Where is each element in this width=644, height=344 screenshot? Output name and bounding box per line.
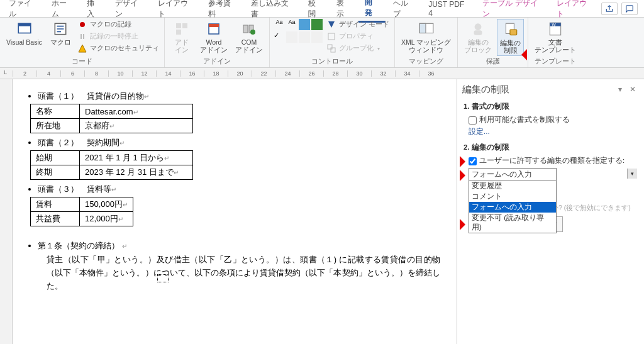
tab-justpdf[interactable]: JUST PDF 4 [422,0,475,20]
section-1-title: 1. 書式の制限 [464,102,638,111]
svg-rect-8 [182,23,187,28]
t3-r1-c1[interactable]: 賃料 [31,197,80,212]
svg-marker-6 [79,45,86,52]
svg-rect-11 [209,24,219,27]
doc-template-button[interactable]: W 文書 テンプレート [532,19,579,55]
vertical-ruler[interactable] [0,79,13,344]
svg-rect-9 [176,30,181,35]
table-3[interactable]: 賃料150,000円↵ 共益費12,000円↵ [30,197,133,226]
restrict-editing-button[interactable]: 編集の 制限 [497,19,524,56]
comments-button[interactable] [621,3,638,15]
visual-basic-button[interactable]: Visual Basic [4,19,45,48]
t2-r2-c1[interactable]: 終期 [31,165,80,180]
t2-r1-c2[interactable]: 2021 年 1 月 1 日から [85,153,164,162]
svg-rect-7 [176,23,181,28]
macros-button[interactable]: マクロ [47,19,74,48]
block-editing-button: 編集の ブロック [462,19,494,55]
t1-r2-c2[interactable]: 京都府 [85,121,109,130]
section-2-title: 2. 編集の制限 [464,143,638,152]
combo-option[interactable]: フォームへの入力 [469,202,556,213]
heading-4: 第１条（契約の締結） [38,241,119,250]
t1-r1-c2[interactable]: Dattesar.com [85,107,133,116]
group-controls-label: コントロール [274,56,391,67]
ribbon: Visual Basic マクロ マクロの記録 記録の一時停止 マクロのセキュリ… [0,18,644,68]
svg-point-14 [250,30,255,35]
svg-point-21 [475,23,482,30]
svg-rect-22 [474,30,482,35]
word-addins-button[interactable]: Word アドイン [197,19,230,55]
group-addins: アド イン Word アドイン COM アドイン アドイン [165,18,270,67]
arrow-icon [460,156,471,167]
macro-security-item[interactable]: マクロのセキュリティ [76,43,160,54]
t2-r1-c1[interactable]: 始期 [31,151,80,165]
visual-basic-label: Visual Basic [6,39,42,47]
t1-r1-c1[interactable]: 名称 [31,104,80,119]
addins-button: アド イン [169,19,195,55]
group-protect: 編集の ブロック 編集の 制限 保護 [458,18,528,67]
table-2[interactable]: 始期2021 年 1 月 1 日から↵ 終期2023 年 12 月 31 日まで… [30,150,193,180]
restrict-editing-pane: 編集の制限 ▾ ✕ 1. 書式の制限 利用可能な書式を制限する 設定... 2.… [457,79,644,344]
settings-link[interactable]: 設定... [464,127,638,136]
svg-text:W: W [552,23,557,27]
group-addins-label: アドイン [169,56,265,67]
group-template: W 文書 テンプレート テンプレート [528,18,582,67]
t3-r2-c1[interactable]: 共益費 [31,212,80,226]
combo-option[interactable]: コメント [469,191,556,202]
t3-r2-c2[interactable]: 12,000円 [85,214,118,223]
chevron-down-icon[interactable]: ▾ [627,169,637,179]
svg-rect-20 [419,23,426,33]
svg-rect-12 [243,25,248,33]
editing-restrict-checkbox[interactable]: ユーザーに許可する編集の種類を指定する: [464,156,638,165]
restriction-type-combo[interactable]: フォームへの入力 ▾ 変更履歴 コメント フォームへの入力 変更不可 (読み取り… [469,168,638,181]
svg-rect-1 [18,23,31,26]
design-mode-item[interactable]: デザイン モード [325,19,391,30]
heading-3: 頭書（３） 賃料等 [38,184,111,194]
combo-value[interactable]: フォームへの入力 [469,168,557,181]
group-code: Visual Basic マクロ マクロの記録 記録の一時停止 マクロのセキュリ… [0,18,165,67]
pane-close-button[interactable]: ✕ [626,83,639,96]
group-item: グループ化▾ [325,43,391,54]
group-mapping-label: マッピング [399,56,453,67]
properties-item: プロパティ [325,31,391,42]
combo-option[interactable]: 変更履歴 [469,180,556,191]
svg-rect-24 [509,30,516,35]
selection-box [157,274,169,282]
com-addins-button[interactable]: COM アドイン [233,19,265,55]
horizontal-ruler[interactable]: L 2 4 6 8 10 12 14 16 18 20 22 24 26 28 … [0,68,644,79]
heading-1: 頭書（１） 賃貸借の目的物 [38,91,144,101]
svg-point-3 [80,22,85,27]
macros-label: マクロ [50,39,71,47]
t2-r2-c2[interactable]: 2023 年 12 月 31 日まで [85,167,174,177]
formatting-restrict-checkbox[interactable]: 利用可能な書式を制限する [464,115,638,125]
record-macro-item[interactable]: マクロの記録 [76,19,160,30]
svg-rect-16 [328,33,335,40]
svg-rect-18 [331,48,335,52]
share-button[interactable] [601,3,618,15]
group-code-label: コード [4,56,160,67]
combo-option[interactable]: 変更不可 (読み取り専用) [469,213,556,233]
heading-2: 頭書（２） 契約期間 [38,138,119,147]
paragraph-1[interactable]: 貸主（以下「甲」という。）及び借主（以下「乙」という。）は、頭書（１) に記載す… [47,253,440,292]
xml-mapping-button[interactable]: XML マッピング ウィンドウ [399,19,453,55]
t1-r2-c1[interactable]: 所在地 [31,119,80,133]
pause-recording-item: 記録の一時停止 [76,31,160,42]
combo-dropdown[interactable]: 変更履歴 コメント フォームへの入力 変更不可 (読み取り専用) [469,180,557,233]
pane-title: 編集の制限 [462,84,614,96]
document-area[interactable]: 頭書（１） 賃貸借の目的物↵ 名称Dattesar.com↵ 所在地京都府↵ 頭… [13,79,457,344]
svg-rect-4 [80,34,82,39]
svg-marker-15 [328,21,335,28]
group-controls: AaAa ✓ デザイン モード プロパティ グループ化▾ コントロール [270,18,395,67]
group-protect-label: 保護 [462,56,524,67]
svg-rect-17 [328,45,332,49]
t3-r1-c2[interactable]: 150,000円 [85,199,123,209]
group-mapping: XML マッピング ウィンドウ マッピング [395,18,458,67]
table-1[interactable]: 名称Dattesar.com↵ 所在地京都府↵ [30,104,193,133]
controls-palette[interactable]: AaAa ✓ [274,19,323,43]
group-template-label: テンプレート [532,56,579,67]
pane-options-button[interactable]: ▾ [614,83,626,96]
ribbon-tabs: ファイル ホーム 挿入 デザイン レイアウト 参考資料 差し込み文書 校閲 表示… [0,0,644,18]
svg-rect-5 [83,34,84,39]
